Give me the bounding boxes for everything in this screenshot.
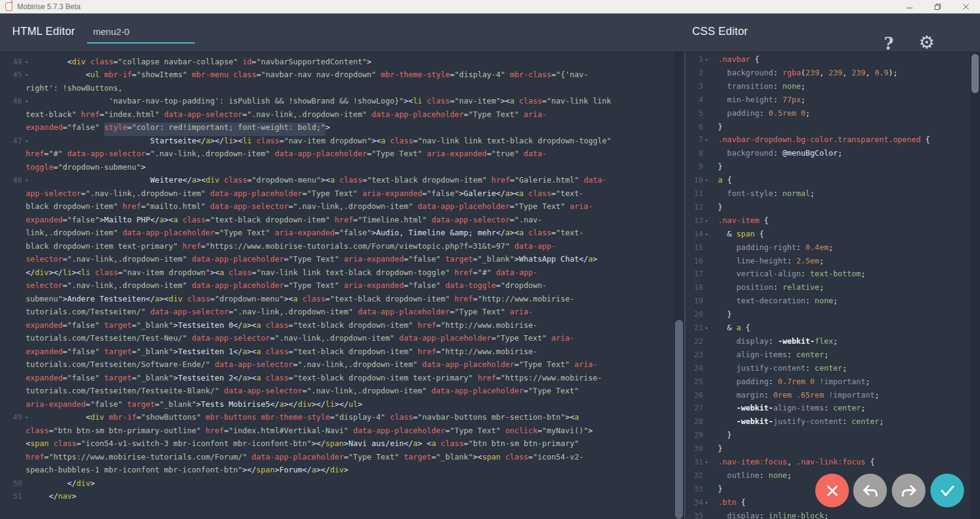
- line-number: 49: [0, 412, 22, 422]
- line-number: 21: [686, 323, 703, 332]
- code-row: 20 }: [686, 309, 970, 323]
- line-number: 1: [686, 55, 703, 64]
- code-row: 22 display: -webkit-flex;: [686, 336, 970, 350]
- code-row: toggle="dropdown-submenu">: [0, 162, 674, 176]
- code-row: 31▾ .nav-item:focus, .nav-link:focus {: [686, 457, 970, 471]
- panel-divider: [684, 52, 685, 519]
- line-number: 47: [0, 136, 22, 145]
- code-row: 16 line-height: 2.5em;: [686, 256, 970, 270]
- fold-arrow-icon[interactable]: ▾: [705, 232, 708, 237]
- fold-arrow-icon[interactable]: ▾: [705, 218, 708, 224]
- fold-arrow-icon[interactable]: ▾: [705, 178, 708, 183]
- code-row: 10▾ a {: [686, 175, 970, 189]
- code-row: 45▾ <ul mbr-if="showItems" mbr-menu clas…: [0, 70, 674, 83]
- line-number: 31: [686, 457, 703, 466]
- code-row: 29 }: [686, 430, 970, 444]
- css-editor-title: CSS Editor: [692, 25, 748, 38]
- check-icon: [939, 483, 956, 498]
- code-row: 11 font-style: normal;: [686, 189, 970, 202]
- line-number: 17: [686, 269, 703, 278]
- css-code-editor[interactable]: 1▾ .navbar {2 background: rgba(239, 239,…: [686, 52, 970, 519]
- line-number: 22: [686, 336, 703, 346]
- tab-label: menu2-0: [93, 26, 129, 37]
- line-number: 18: [686, 282, 703, 292]
- line-number: 26: [686, 390, 703, 400]
- code-row: speach-bubbles-1 mbr-iconfont mbr-iconfo…: [0, 465, 674, 479]
- fold-arrow-icon[interactable]: ▾: [705, 460, 708, 465]
- fold-arrow-icon[interactable]: ▾: [705, 325, 708, 331]
- code-row: 18 position: relative;: [686, 282, 970, 296]
- code-row: expanded="false" target="_blank">Testsei…: [0, 320, 674, 334]
- line-number: 34: [686, 498, 703, 507]
- code-row: 12 }: [686, 202, 970, 216]
- line-number: 19: [686, 296, 703, 305]
- code-row: tutorials.com/Testseiten/Software-Ende/"…: [0, 360, 674, 373]
- code-row: 30 }: [686, 444, 970, 457]
- cancel-button[interactable]: [815, 474, 849, 507]
- code-row: 9 }: [686, 162, 970, 175]
- line-number: 33: [686, 484, 703, 493]
- minimize-icon: [906, 3, 913, 10]
- close-button[interactable]: [952, 0, 980, 13]
- gear-icon[interactable]: ⚙: [919, 32, 935, 53]
- code-row: black dropdown-item text-primary" href="…: [0, 241, 674, 255]
- html-editor-scrollbar-thumb[interactable]: [675, 320, 683, 519]
- code-row: 17 vertical-align: text-bottom;: [686, 269, 970, 282]
- undo-button[interactable]: [853, 474, 887, 507]
- css-editor-scrollbar-thumb[interactable]: [971, 54, 979, 93]
- code-row: 21▾ & a {: [686, 323, 970, 336]
- maximize-button[interactable]: [924, 0, 952, 13]
- code-row: 51 </nav>: [0, 491, 674, 505]
- line-number: 3: [686, 81, 703, 91]
- code-row: 26 margin: 0rem .65rem !important;: [686, 390, 970, 404]
- code-row: 14▾ & span {: [686, 229, 970, 243]
- html-editor-title: HTML Editor: [12, 25, 75, 38]
- line-number: 11: [686, 189, 703, 198]
- code-row: aria-expanded="false" target="_blank">Te…: [0, 400, 674, 413]
- code-row: expanded="false" style="color: red!impor…: [0, 123, 674, 136]
- line-number: 2: [686, 68, 703, 77]
- code-row: href="https://www.mobirise-tutorials.com…: [0, 452, 674, 466]
- help-icon[interactable]: ?: [884, 34, 894, 53]
- line-number: 45: [0, 70, 22, 79]
- code-row: 2 background: rgba(239, 239, 239, 0.9);: [686, 68, 970, 81]
- os-titlebar: Mobirise 5.7.3 Beta: [0, 0, 980, 13]
- minimize-button[interactable]: [895, 0, 924, 13]
- line-number: 51: [0, 491, 22, 501]
- redo-arrow-icon: [900, 483, 918, 499]
- fold-arrow-icon[interactable]: ▾: [705, 137, 708, 143]
- code-row: 7▾ .navbar-dropdown.bg-color.transparent…: [686, 135, 970, 148]
- code-row: 50 </div>: [0, 479, 674, 492]
- line-number: 15: [686, 243, 703, 252]
- redo-button[interactable]: [892, 474, 925, 507]
- line-number: 50: [0, 479, 22, 488]
- code-row: submenu">Andere Testseiten</a><div class…: [0, 294, 674, 308]
- line-number: 30: [686, 444, 703, 453]
- code-row: <span class="icon54-v1-switch-3 mbr-icon…: [0, 439, 674, 452]
- code-row: tutorials.com/Testseiten/Test-Neu/" data…: [0, 333, 674, 347]
- code-row: 8 background: @menuBgColor;: [686, 148, 970, 162]
- code-row: 35 display: inline-block;: [686, 511, 970, 519]
- code-row: 4 min-height: 77px;: [686, 95, 970, 108]
- code-row: selector=".nav-link,.dropdown-item" data…: [0, 254, 674, 268]
- code-row: app-selector=".nav-link,.dropdown-item" …: [0, 189, 674, 202]
- confirm-button[interactable]: [930, 474, 964, 507]
- code-row: </div></li><li class="nav-item dropdown"…: [0, 268, 674, 281]
- code-row: 15 padding-right: 0.4em;: [686, 243, 970, 256]
- tab-menu2-0[interactable]: menu2-0: [87, 13, 195, 52]
- line-number: 29: [686, 430, 703, 439]
- html-code-editor[interactable]: 43 </div>44▾ <div class="collapse navbar…: [0, 52, 674, 519]
- line-number: 46: [0, 96, 22, 105]
- code-row: class="btn btn-sm btn-primary-outline" h…: [0, 426, 674, 439]
- close-icon: [962, 3, 970, 10]
- code-row: href="#" data-app-selector=".nav-link,.d…: [0, 149, 674, 162]
- code-row: 47▾ Startseite</a></li><li class="nav-it…: [0, 136, 674, 150]
- code-row: 3 transition: none;: [686, 81, 970, 95]
- css-editor-scrollbar-track[interactable]: [970, 52, 980, 519]
- line-number: 4: [686, 95, 703, 104]
- restore-icon: [934, 3, 941, 10]
- code-row: text-black" href="index.html" data-app-s…: [0, 110, 674, 123]
- code-row: 27 -webkit-align-items: center;: [686, 403, 970, 417]
- fold-arrow-icon[interactable]: ▾: [705, 500, 708, 506]
- fold-arrow-icon[interactable]: ▾: [705, 57, 708, 63]
